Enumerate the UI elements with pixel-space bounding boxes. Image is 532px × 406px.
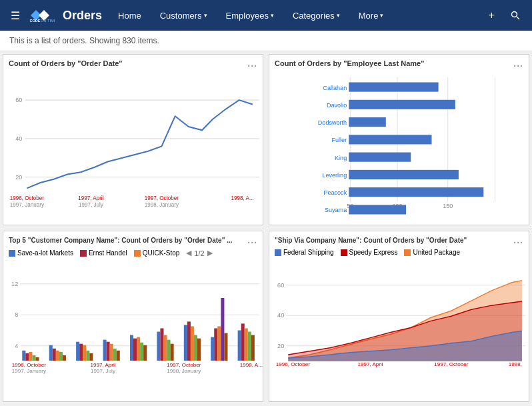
subheader-text: This is a list of orders. Showing 830 it… — [9, 36, 159, 45]
legend-federal: Federal Shipping — [275, 249, 334, 256]
legend-label-ernst: Ernst Handel — [89, 249, 127, 257]
svg-text:Davolio: Davolio — [327, 102, 347, 109]
svg-rect-51 — [32, 355, 35, 361]
hamburger-menu[interactable]: ☰ — [5, 7, 25, 25]
svg-line-5 — [517, 17, 519, 19]
chart3-body: 12 8 4 — [3, 259, 263, 401]
svg-rect-72 — [143, 345, 147, 361]
svg-text:Fuller: Fuller — [331, 137, 347, 143]
legend-dot-save — [9, 250, 15, 257]
nav-categories[interactable]: Categories ▾ — [285, 0, 348, 31]
svg-rect-65 — [110, 344, 113, 361]
svg-rect-73 — [157, 332, 160, 361]
legend-ernst: Ernst Handel — [80, 249, 127, 257]
svg-rect-52 — [35, 357, 39, 361]
chart1-body: 60 40 20 1996, October 1997, January 199… — [3, 71, 263, 225]
categories-caret: ▾ — [337, 12, 340, 19]
legend-speedy: Speedy Express — [341, 249, 398, 256]
chart1-menu[interactable]: ... — [247, 58, 257, 69]
svg-text:1997, January: 1997, January — [12, 368, 47, 374]
charts-top-row: Count of Orders by "Order Date" ... 60 4… — [0, 51, 532, 228]
svg-rect-89 — [241, 323, 245, 361]
chart4-body: 60 40 20 19 — [269, 257, 529, 401]
chart4-menu[interactable]: ... — [513, 235, 523, 245]
next-page[interactable]: ▶ — [207, 249, 213, 257]
svg-rect-60 — [83, 345, 86, 361]
svg-text:40: 40 — [277, 312, 284, 319]
nav-customers[interactable]: Customers ▾ — [152, 0, 215, 31]
legend-dot-quick — [134, 250, 141, 257]
chart1-svg: 60 40 20 1996, October 1997, January 199… — [3, 71, 263, 225]
svg-text:20: 20 — [277, 343, 284, 349]
subheader: This is a list of orders. Showing 830 it… — [0, 31, 532, 51]
svg-text:1996, October: 1996, October — [12, 362, 47, 368]
employees-caret: ▾ — [271, 12, 274, 19]
svg-text:40: 40 — [15, 135, 22, 142]
svg-text:12: 12 — [11, 281, 18, 287]
svg-rect-53 — [49, 345, 53, 361]
page-indicator: 1/2 — [194, 249, 204, 257]
legend-dot-speedy — [341, 249, 347, 256]
svg-rect-82 — [197, 339, 201, 361]
legend-label-speedy: Speedy Express — [349, 249, 398, 256]
svg-text:King: King — [335, 155, 347, 161]
svg-rect-78 — [184, 325, 187, 361]
svg-rect-85 — [217, 326, 221, 361]
chart3-title: Top 5 "Customer Company Name": Count of … — [9, 237, 233, 244]
chart4-title: "Ship Via Company Name": Count of Orders… — [275, 237, 467, 244]
svg-rect-29 — [349, 100, 455, 109]
svg-text:1998, A...: 1998, A... — [231, 195, 254, 201]
svg-text:60: 60 — [15, 97, 22, 103]
svg-rect-41 — [349, 205, 406, 214]
add-button[interactable]: + — [482, 0, 501, 31]
legend-dot-federal — [275, 249, 281, 256]
page-title: Orders — [63, 9, 102, 23]
chart4-header: "Ship Via Company Name": Count of Orders… — [269, 231, 529, 247]
legend-label-quick: QUICK-Stop — [143, 249, 180, 257]
svg-rect-68 — [130, 335, 133, 361]
svg-rect-31 — [349, 117, 386, 127]
svg-text:1998, A...: 1998, A... — [240, 362, 263, 368]
svg-rect-35 — [349, 153, 411, 162]
svg-rect-75 — [163, 335, 167, 361]
prev-page[interactable]: ◀ — [186, 249, 191, 257]
svg-rect-56 — [59, 352, 63, 361]
svg-rect-58 — [76, 342, 79, 361]
svg-text:20: 20 — [15, 174, 22, 181]
svg-rect-37 — [349, 170, 459, 179]
svg-rect-69 — [133, 339, 137, 361]
svg-rect-90 — [245, 328, 248, 360]
svg-text:1997, April: 1997, April — [357, 361, 383, 367]
svg-rect-62 — [89, 353, 93, 361]
chart2-header: Count of Orders by "Employee Last Name" … — [269, 55, 529, 71]
chart2-menu[interactable]: ... — [513, 58, 523, 69]
svg-rect-55 — [56, 351, 59, 361]
chart-orders-by-employee: Count of Orders by "Employee Last Name" … — [269, 54, 529, 225]
chart3-menu[interactable]: ... — [247, 235, 257, 245]
svg-text:Suyama: Suyama — [325, 207, 347, 213]
svg-rect-57 — [63, 355, 66, 361]
nav-employees[interactable]: Employees ▾ — [218, 0, 282, 31]
nav-more[interactable]: More ▾ — [351, 0, 392, 31]
svg-rect-48 — [22, 351, 25, 361]
svg-text:1996, October: 1996, October — [10, 195, 44, 201]
svg-rect-50 — [29, 352, 32, 361]
chart3-legend: Save-a-lot Markets Ernst Handel QUICK-St… — [3, 247, 263, 259]
svg-rect-64 — [107, 342, 110, 361]
svg-text:1996, October: 1996, October — [276, 361, 311, 367]
svg-rect-71 — [140, 343, 143, 361]
search-button[interactable] — [504, 0, 527, 31]
svg-rect-66 — [113, 349, 117, 361]
svg-rect-49 — [25, 353, 29, 361]
svg-text:1998,: 1998, — [509, 361, 522, 367]
svg-text:Peacock: Peacock — [323, 189, 347, 196]
svg-text:1997, January: 1997, January — [10, 202, 45, 208]
more-caret: ▾ — [380, 12, 383, 19]
svg-point-4 — [512, 12, 517, 17]
chart2-body: 50 100 150 Callahan Davolio Dodsworth Fu… — [269, 71, 529, 225]
chart2-svg: 50 100 150 Callahan Davolio Dodsworth Fu… — [269, 71, 529, 225]
svg-rect-61 — [86, 351, 89, 361]
nav-home[interactable]: Home — [110, 0, 149, 31]
logo: CODE ON TIME — [28, 6, 55, 25]
svg-rect-84 — [214, 328, 217, 360]
